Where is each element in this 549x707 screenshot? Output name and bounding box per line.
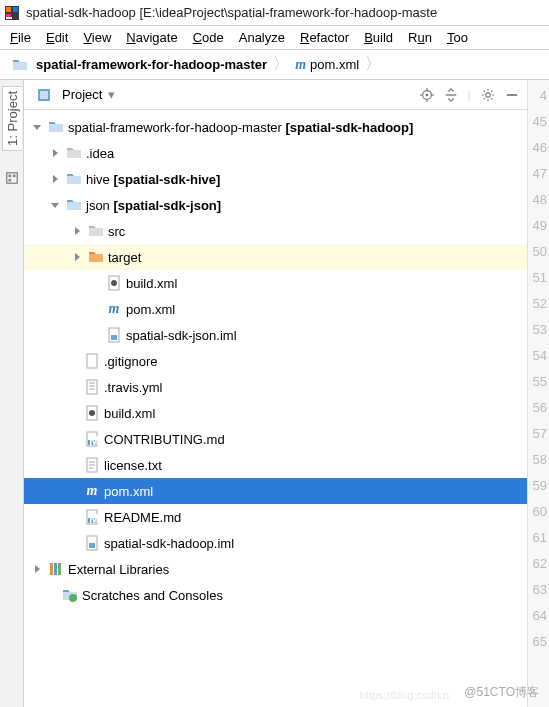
tree-module: [spatial-sdk-hive]: [113, 172, 220, 187]
tree-node-contributing[interactable]: MD CONTRIBUTING.md: [24, 426, 527, 452]
panel-header: Project ▾ |: [24, 80, 527, 110]
tree-node-root-iml[interactable]: spatial-sdk-hadoop.iml: [24, 530, 527, 556]
sidebar-tab-label: 1: Project: [5, 91, 20, 146]
svg-text:MD: MD: [89, 511, 100, 526]
menu-file[interactable]: File: [4, 28, 37, 47]
gutter-line: 50: [528, 238, 549, 264]
tree-label: README.md: [104, 510, 181, 525]
expand-arrow-icon[interactable]: [70, 250, 84, 264]
tree-node-readme[interactable]: MD README.md: [24, 504, 527, 530]
svg-rect-44: [54, 563, 57, 575]
locate-icon[interactable]: [420, 88, 434, 102]
breadcrumb-separator: 〉: [271, 54, 291, 75]
folder-icon: [66, 145, 82, 161]
tree-node-json-pom[interactable]: m pom.xml: [24, 296, 527, 322]
file-icon: [84, 353, 100, 369]
expand-arrow-icon[interactable]: [70, 224, 84, 238]
sidebar-tab-project[interactable]: 1: Project: [2, 86, 22, 151]
project-tree[interactable]: spatial-framework-for-hadoop-master [spa…: [24, 110, 527, 707]
tree-node-root-pom[interactable]: m pom.xml: [24, 478, 527, 504]
panel-title[interactable]: Project ▾: [32, 87, 414, 103]
gear-icon[interactable]: [481, 88, 495, 102]
tree-label: pom.xml: [104, 484, 153, 499]
ant-file-icon: [84, 405, 100, 421]
folder-icon: [88, 249, 104, 265]
watermark-url: https://blog.csdn.n: [360, 689, 449, 701]
expand-arrow-icon[interactable]: [48, 172, 62, 186]
text-file-icon: [84, 457, 100, 473]
tree-node-hive[interactable]: hive [spatial-sdk-hive]: [24, 166, 527, 192]
minimize-icon[interactable]: [505, 88, 519, 102]
ant-file-icon: [106, 275, 122, 291]
breadcrumb-item-file[interactable]: m pom.xml: [295, 57, 359, 73]
tree-node-external-libraries[interactable]: External Libraries: [24, 556, 527, 582]
expand-arrow-icon[interactable]: [48, 198, 62, 212]
tree-node-travis[interactable]: .travis.yml: [24, 374, 527, 400]
menu-edit[interactable]: Edit: [40, 28, 74, 47]
expand-arrow-icon[interactable]: [30, 562, 44, 576]
svg-point-46: [69, 594, 77, 602]
gutter-line: 45: [528, 108, 549, 134]
project-icon: [36, 87, 52, 103]
gutter-line: 49: [528, 212, 549, 238]
tree-node-scratches[interactable]: Scratches and Consoles: [24, 582, 527, 608]
tree-node-gitignore[interactable]: .gitignore: [24, 348, 527, 374]
tree-node-target[interactable]: target: [24, 244, 527, 270]
breadcrumb-item-root[interactable]: spatial-framework-for-hadoop-master: [8, 57, 267, 73]
menu-tools[interactable]: Too: [441, 28, 472, 47]
tree-label: build.xml: [104, 406, 155, 421]
tree-node-buildxml[interactable]: build.xml: [24, 270, 527, 296]
tree-node-json[interactable]: json [spatial-sdk-json]: [24, 192, 527, 218]
tree-node-src[interactable]: src: [24, 218, 527, 244]
gutter-line: 51: [528, 264, 549, 290]
expand-arrow-icon[interactable]: [30, 120, 44, 134]
markdown-file-icon: MD: [84, 509, 100, 525]
svg-rect-5: [6, 173, 17, 184]
module-file-icon: [84, 535, 100, 551]
tree-label: .gitignore: [104, 354, 157, 369]
svg-rect-24: [87, 354, 97, 368]
menu-build[interactable]: Build: [358, 28, 399, 47]
menu-run[interactable]: Run: [402, 28, 438, 47]
tree-node-idea[interactable]: .idea: [24, 140, 527, 166]
tree-label: spatial-framework-for-hadoop-master: [68, 120, 282, 135]
tree-node-root-buildxml[interactable]: build.xml: [24, 400, 527, 426]
gutter-line: 58: [528, 446, 549, 472]
yaml-file-icon: [84, 379, 100, 395]
main: 1: Project Project ▾ |: [0, 80, 549, 707]
titlebar: spatial-sdk-hadoop [E:\ideaProject\spati…: [0, 0, 549, 26]
breadcrumb-root-label: spatial-framework-for-hadoop-master: [36, 57, 267, 72]
maven-icon: m: [295, 57, 306, 73]
menu-view[interactable]: View: [77, 28, 117, 47]
tree-node-json-iml[interactable]: spatial-sdk-json.iml: [24, 322, 527, 348]
tree-label: hive: [86, 172, 110, 187]
module-file-icon: [106, 327, 122, 343]
panel-title-label: Project: [62, 87, 102, 102]
menu-analyze[interactable]: Analyze: [233, 28, 291, 47]
gutter-line: 46: [528, 134, 549, 160]
gutter-line: 57: [528, 420, 549, 446]
gutter-line: 52: [528, 290, 549, 316]
maven-icon: m: [84, 483, 100, 499]
tree-label: build.xml: [126, 276, 177, 291]
tree-node-license[interactable]: license.txt: [24, 452, 527, 478]
svg-rect-45: [58, 563, 61, 575]
menu-code[interactable]: Code: [187, 28, 230, 47]
gutter-line: 54: [528, 342, 549, 368]
gutter-line: 59: [528, 472, 549, 498]
panel-actions: |: [420, 87, 519, 102]
tree-label: pom.xml: [126, 302, 175, 317]
gutter-line: 61: [528, 524, 549, 550]
editor-gutter: 4 45 46 47 48 49 50 51 52 53 54 55 56 57…: [527, 80, 549, 707]
menu-refactor[interactable]: Refactor: [294, 28, 355, 47]
structure-icon[interactable]: [5, 171, 19, 185]
gutter-line: 48: [528, 186, 549, 212]
menu-navigate[interactable]: Navigate: [120, 28, 183, 47]
expand-arrow-icon[interactable]: [48, 146, 62, 160]
svg-point-18: [486, 92, 490, 96]
svg-rect-10: [40, 91, 48, 99]
tree-node-root[interactable]: spatial-framework-for-hadoop-master [spa…: [24, 114, 527, 140]
sidebar-left: 1: Project: [0, 80, 24, 707]
collapse-icon[interactable]: [444, 88, 458, 102]
svg-rect-1: [6, 7, 11, 12]
